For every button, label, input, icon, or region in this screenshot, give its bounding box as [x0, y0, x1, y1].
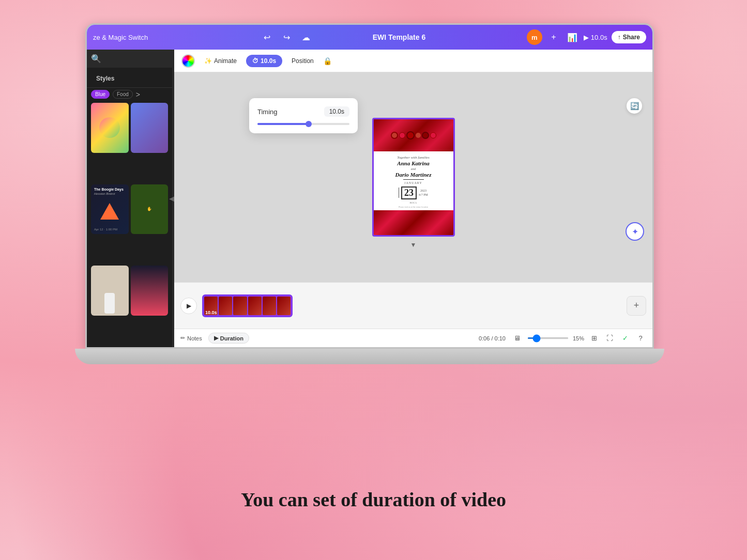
- magic-button[interactable]: ✦: [626, 222, 644, 241]
- lock-icon[interactable]: 🔒: [323, 57, 332, 65]
- search-icon: 🔍: [91, 54, 101, 64]
- notes-label: Notes: [187, 335, 202, 341]
- refresh-button[interactable]: 🔄: [627, 98, 642, 114]
- filter-tag-more[interactable]: >: [136, 90, 140, 99]
- position-label: Position: [292, 57, 314, 65]
- canvas-area: ✨ Animate ⏱ 10.0s Position 🔒: [174, 50, 652, 347]
- laptop: ze & Magic Switch ↩ ↪ ☁ EWI Template 6 m…: [85, 23, 664, 375]
- play-time-button[interactable]: ▶ 10.0s: [584, 34, 607, 41]
- notes-icon: ✏: [180, 335, 185, 341]
- share-label: Share: [623, 34, 640, 41]
- bottom-bar: ✏ Notes ▶ Duration 0:06 / 0:10: [174, 329, 652, 347]
- card-month: JANUARY: [404, 181, 422, 184]
- help-button[interactable]: ?: [635, 333, 646, 344]
- color-picker-button[interactable]: [181, 54, 195, 68]
- cloud-save-button[interactable]: ☁: [299, 30, 313, 44]
- expand-icon[interactable]: ⛶: [604, 333, 615, 344]
- sidebar: 🔍 ⚙ Styles Blue Food >: [87, 50, 172, 347]
- sidebar-filter-tags: Blue Food >: [87, 88, 172, 101]
- analytics-button[interactable]: 📊: [565, 30, 580, 44]
- timing-slider-thumb[interactable]: [306, 121, 312, 127]
- card-groom-name: Dario Martinez: [395, 172, 432, 178]
- template-item-gradient[interactable]: [91, 103, 129, 153]
- add-icon: +: [634, 300, 639, 311]
- slide-duration-label: 10.0s: [205, 310, 217, 315]
- redo-button[interactable]: ↪: [279, 30, 294, 44]
- card-details: Please visit us at the venue location: [399, 206, 428, 209]
- user-avatar[interactable]: m: [527, 29, 542, 45]
- total-time: 0:10: [495, 335, 506, 341]
- collapse-handle[interactable]: ▼: [410, 241, 417, 248]
- zoom-level: 15%: [573, 335, 584, 341]
- animate-icon: ✨: [204, 57, 212, 65]
- slide-indicator: ●: [218, 72, 221, 73]
- project-title: EWI Template 6: [318, 33, 480, 41]
- laptop-base: [75, 349, 664, 364]
- clock-icon: ⏱: [252, 57, 258, 65]
- card-content: Together with families Anna Katrina and …: [392, 151, 435, 211]
- timing-row: Timing 10.0s: [257, 106, 349, 117]
- timeline-track: 10.0s: [202, 290, 621, 321]
- template-item-festival[interactable]: The Boogie Days Hession Bistrot Apr 12 ·…: [91, 184, 129, 235]
- undo-button[interactable]: ↩: [260, 30, 274, 44]
- timing-slider-fill: [257, 123, 308, 125]
- duration-label: Duration: [220, 335, 243, 341]
- template-item-6[interactable]: [131, 266, 169, 316]
- card-year: 2023: [419, 189, 428, 192]
- position-button[interactable]: Position: [286, 55, 319, 67]
- timing-popup: Timing 10.0s: [249, 98, 358, 133]
- card-date: 23 2023 4:7 PM: [399, 186, 428, 199]
- duration-button[interactable]: ▶ Duration: [208, 333, 249, 344]
- animate-label: Animate: [214, 57, 237, 65]
- play-icon: ▶: [187, 302, 191, 309]
- card-day: 23: [401, 186, 417, 199]
- timeline-slide[interactable]: 10.0s: [202, 294, 293, 317]
- screen-content: ze & Magic Switch ↩ ↪ ☁ EWI Template 6 m…: [87, 25, 652, 347]
- sidebar-templates: The Boogie Days Hession Bistrot Apr 12 ·…: [87, 101, 172, 347]
- timing-slider[interactable]: [257, 123, 349, 125]
- card-time: 4:7 PM: [419, 193, 428, 196]
- animate-button[interactable]: ✨ Animate: [199, 55, 242, 67]
- main-area: 🔍 ⚙ Styles Blue Food >: [87, 50, 652, 347]
- zoom-slider[interactable]: [527, 337, 569, 339]
- display-icon[interactable]: 🖥: [512, 333, 523, 344]
- video-icon: ▶: [214, 335, 218, 341]
- timeline-thumb-5: [263, 297, 276, 315]
- bottom-right-tools: 🖥 15% ⊞ ⛶ ✓ ?: [512, 333, 646, 344]
- time-display: 0:06 / 0:10: [479, 335, 506, 341]
- timing-label: 10.0s: [261, 57, 276, 65]
- play-time-label: 10.0s: [591, 34, 607, 41]
- card-bride-name: Anna Katrina: [397, 160, 430, 166]
- festival-title: The Boogie Days: [94, 188, 126, 191]
- timeline-thumb-4: [248, 297, 262, 315]
- wedding-card: Together with families Anna Katrina and …: [374, 119, 453, 235]
- sidebar-search: 🔍 ⚙: [87, 50, 172, 68]
- laptop-screen: ze & Magic Switch ↩ ↪ ☁ EWI Template 6 m…: [85, 23, 654, 349]
- search-input[interactable]: [104, 56, 172, 62]
- template-item-hand[interactable]: [91, 266, 129, 316]
- grid-view-icon[interactable]: ⊞: [588, 333, 600, 344]
- check-icon[interactable]: ✓: [619, 333, 631, 344]
- timing-button[interactable]: ⏱ 10.0s: [246, 55, 282, 67]
- app-title: ze & Magic Switch: [93, 34, 254, 41]
- timing-value: 10.0s: [324, 106, 349, 117]
- filter-tag-food[interactable]: Food: [113, 90, 133, 99]
- template-item-1[interactable]: [131, 103, 169, 153]
- share-button[interactable]: ↑ Share: [612, 31, 646, 43]
- card-and: and: [410, 167, 416, 171]
- filter-tag-blue[interactable]: Blue: [91, 90, 110, 99]
- notes-button[interactable]: ✏ Notes: [180, 335, 202, 341]
- caption-text: You can set of duration of video: [0, 488, 747, 511]
- timeline-thumb-6: [277, 297, 291, 315]
- card-roses-bottom: [374, 210, 453, 235]
- timeline-thumb-3: [233, 297, 247, 315]
- card-venue: BOCA: [410, 201, 417, 205]
- add-slide-button[interactable]: +: [627, 296, 646, 316]
- top-bar-right: m + 📊 ▶ 10.0s ↑ Share: [485, 29, 646, 45]
- wedding-card-wrapper[interactable]: Together with families Anna Katrina and …: [372, 118, 455, 237]
- toolbar: ✨ Animate ⏱ 10.0s Position 🔒: [174, 50, 652, 72]
- play-button[interactable]: ▶: [180, 298, 197, 314]
- timeline-thumb-2: [219, 297, 232, 315]
- add-button[interactable]: +: [546, 30, 561, 44]
- template-item-green[interactable]: ✋: [131, 184, 169, 235]
